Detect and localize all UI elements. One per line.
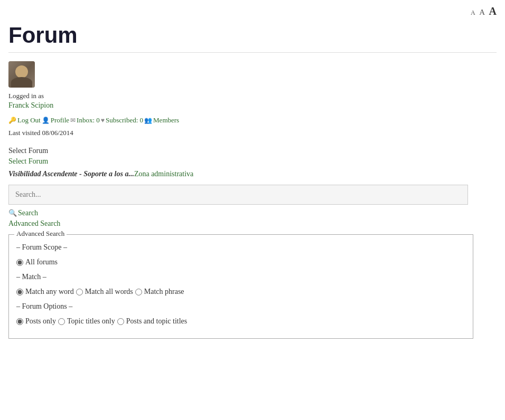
logged-in-as-label: Logged in as — [8, 92, 497, 100]
forum-options-header: – Forum Options – — [16, 302, 465, 311]
search-icon: 🔍 — [8, 209, 17, 217]
forum-scope-group: All forums — [16, 258, 465, 266]
match-header: – Match – — [16, 273, 465, 281]
posts-only-radio[interactable] — [16, 318, 23, 325]
select-forum-label: Select Forum — [8, 147, 497, 155]
advanced-search-title: Advanced Search — [14, 230, 67, 238]
font-large[interactable]: A — [489, 5, 497, 17]
current-forum-display: Visibilidad Ascendente - Soporte a los a… — [8, 170, 497, 178]
match-all-radio[interactable] — [76, 289, 83, 295]
forum-scope-header: – Forum Scope – — [16, 243, 465, 252]
all-forums-label[interactable]: All forums — [25, 258, 58, 266]
all-forums-radio[interactable] — [16, 259, 23, 266]
members-icon: 👥 — [144, 117, 152, 125]
match-any-label[interactable]: Match any word — [25, 288, 74, 296]
avatar — [8, 61, 35, 88]
match-group: Match any word Match all words Match phr… — [16, 288, 465, 296]
search-scope-group: Posts only Topic titles only Posts and t… — [16, 317, 465, 326]
user-navigation: 🔑 Log Out 👤 Profile ✉ Inbox: 0 ♥ Subscri… — [8, 116, 497, 125]
match-all-label[interactable]: Match all words — [85, 288, 133, 296]
font-size-controls: A A A — [8, 5, 497, 17]
select-forum-link[interactable]: Select Forum — [8, 157, 497, 166]
match-phrase-label[interactable]: Match phrase — [144, 288, 184, 296]
members-link[interactable]: 👥 Members — [144, 116, 179, 125]
topic-titles-only-radio[interactable] — [58, 318, 65, 325]
posts-and-topic-radio[interactable] — [117, 318, 124, 325]
posts-only-label[interactable]: Posts only — [25, 317, 56, 326]
profile-link[interactable]: 👤 Profile — [42, 116, 69, 125]
advanced-search-panel: Advanced Search – Forum Scope – All foru… — [8, 234, 473, 339]
page-title: Forum — [8, 23, 497, 53]
envelope-icon: ✉ — [70, 117, 76, 125]
user-name: Franck Scipion — [8, 101, 497, 110]
search-input[interactable] — [8, 185, 468, 205]
match-any-radio[interactable] — [16, 289, 23, 295]
heart-icon: ♥ — [101, 117, 105, 125]
inbox-link[interactable]: ✉ Inbox: 0 — [70, 116, 100, 125]
last-visited: Last visited 08/06/2014 — [8, 129, 497, 137]
search-button[interactable]: 🔍 Search — [8, 209, 38, 217]
logout-link[interactable]: 🔑 Log Out — [8, 116, 41, 125]
key-icon: 🔑 — [8, 117, 16, 125]
font-medium[interactable]: A — [479, 8, 485, 16]
match-phrase-radio[interactable] — [135, 289, 142, 295]
posts-and-topic-label[interactable]: Posts and topic titles — [126, 317, 188, 326]
topic-titles-only-label[interactable]: Topic titles only — [67, 317, 115, 326]
subscribed-link[interactable]: ♥ Subscribed: 0 — [101, 116, 143, 125]
profile-icon: 👤 — [42, 117, 50, 125]
zone-link[interactable]: Zona administrativa — [134, 170, 193, 178]
advanced-search-link[interactable]: Advanced Search — [8, 219, 497, 228]
font-small[interactable]: A — [471, 9, 475, 16]
